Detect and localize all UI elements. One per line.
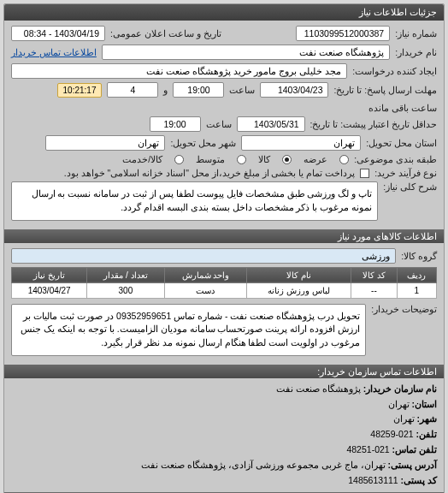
desc-label: شرح کلی نیاز: xyxy=(383,181,437,192)
number-label: شماره نیاز: xyxy=(395,28,437,39)
group-label: گروه کالا: xyxy=(401,251,437,261)
validity-label: حداقل تاریخ اعتبار پیشت: تا تاریخ: xyxy=(310,119,437,129)
table-row: 1 -- لباس ورزش زنانه دست 300 1403/04/27 xyxy=(12,282,437,298)
and-label: و xyxy=(163,85,168,95)
contact-block: نام سازمان خریدار: پژوهشگاه صنعت نفت است… xyxy=(4,378,444,492)
need-body: شماره نیاز: 1103099512000387 تاریخ و ساع… xyxy=(4,21,444,229)
partial-payment-checkbox[interactable] xyxy=(360,169,369,178)
notes-text: تحویل درب پژوهشگاه صنعت نفت - شماره تماس… xyxy=(11,304,366,356)
col-qty: تعداد / مقدار xyxy=(87,267,164,282)
packaging-label: طبقه بندی موضوعی: xyxy=(354,154,437,164)
creator-label: ایجاد کننده درخواست: xyxy=(352,66,437,76)
col-code: کد کالا xyxy=(351,267,397,282)
table-header-row: ردیف کد کالا نام کالا واحد شمارش تعداد /… xyxy=(12,267,437,282)
partial-payment-text: پرداخت تمام یا بخشی از مبلغ خرید،از محل … xyxy=(64,168,355,178)
col-row: ردیف xyxy=(397,267,436,282)
panel-title: جزئیات اطلاعات نیاز xyxy=(4,4,444,21)
announce-value: 1403/04/19 - 08:34 xyxy=(11,26,105,41)
radio-medium[interactable] xyxy=(237,155,246,164)
goods-body: گروه کالا: ورزشی ردیف کد کالا نام کالا و… xyxy=(4,243,444,365)
buyer-value: پژوهشگاه صنعت نفت xyxy=(102,45,390,60)
deadline-remain: 4 xyxy=(107,82,158,98)
delivery-state-label: استان محل تحویل: xyxy=(366,138,437,148)
radio-goods[interactable] xyxy=(282,155,292,164)
number-value: 1103099512000387 xyxy=(296,26,390,41)
deadline-label: مهلت ارسال پاسخ: تا تاریخ: xyxy=(333,85,437,95)
creator-value: مجد خلیلی بروج مامور خرید پژوهشگاه صنعت … xyxy=(11,63,347,79)
notes-label: توضیحات خریدار: xyxy=(371,304,437,314)
radio-service[interactable] xyxy=(174,155,184,164)
col-unit: واحد شمارش xyxy=(164,267,247,282)
agreement-label: نوع فرآیند خرید: xyxy=(374,168,437,178)
goods-title: اطلاعات کالاهای مورد نیاز xyxy=(4,229,444,243)
goods-table: ردیف کد کالا نام کالا واحد شمارش تعداد /… xyxy=(11,267,437,299)
delivery-city-label: شهر محل تحویل: xyxy=(170,138,236,148)
remaining-label: ساعت باقی مانده xyxy=(368,103,437,113)
validity-date: 1403/05/31 xyxy=(237,116,305,132)
need-panel: جزئیات اطلاعات نیاز شماره نیاز: 11030995… xyxy=(3,3,445,493)
buyer-contact-link[interactable]: اطلاعات تماس خریدار xyxy=(11,47,97,57)
desc-text: تاپ و لگ ورزشی طبق مشخصات فایل پیوست لطف… xyxy=(11,181,378,221)
announce-label: تاریخ و ساعت اعلان عمومی: xyxy=(110,28,221,39)
validity-time: 19:00 xyxy=(150,116,201,132)
deadline-date: 1403/04/23 xyxy=(260,82,328,98)
time-label-1: ساعت xyxy=(229,85,255,95)
col-date: تاریخ نیاز xyxy=(12,267,87,282)
time-label-2: ساعت xyxy=(206,119,232,129)
countdown: 10:21:17 xyxy=(57,83,103,98)
radio-high[interactable] xyxy=(339,155,349,164)
delivery-city: تهران xyxy=(45,135,165,151)
buyer-label: نام خریدار: xyxy=(395,47,437,57)
deadline-time: 19:00 xyxy=(173,82,224,98)
delivery-state: تهران xyxy=(241,135,361,151)
category-radios: عرضه کالا متوسط کالا/خدمت xyxy=(122,154,349,164)
contact-title: اطلاعات تماس سازمان خریدار: xyxy=(4,365,444,378)
col-name: نام کالا xyxy=(247,267,351,282)
group-value: ورزشی xyxy=(11,248,396,264)
